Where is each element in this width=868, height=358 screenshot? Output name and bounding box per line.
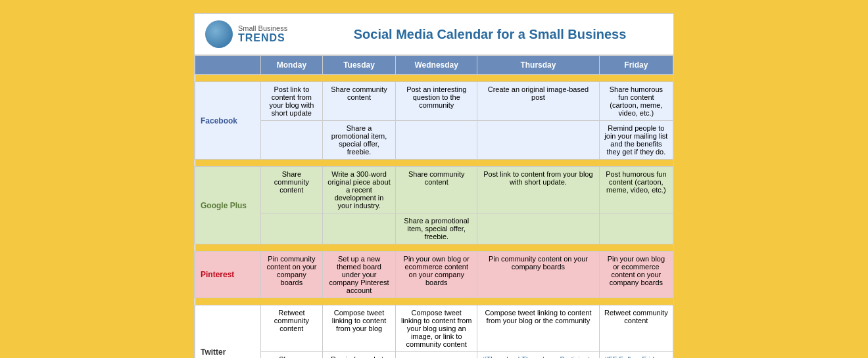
pinterest-mon-1: Pin community content on your company bo… (261, 252, 323, 298)
page-wrapper: Small Business TRENDS Social Media Calen… (13, 13, 855, 358)
table-row: Google Plus Share community content Writ… (195, 167, 673, 213)
google-thu-2 (477, 213, 600, 244)
twitter-tue-2: Remind people to join your mailing list … (322, 352, 396, 359)
facebook-wed-2 (396, 121, 477, 160)
header: Small Business TRENDS Social Media Calen… (195, 14, 673, 55)
google-tue-2 (322, 213, 396, 244)
facebook-fri-1: Share humorous fun content (cartoon, mem… (599, 82, 673, 121)
facebook-label: Facebook (195, 82, 261, 160)
google-fri-1: Post humorous fun content (cartoon, meme… (599, 167, 673, 213)
throwback-thursday-link[interactable]: #ThrowbackThursday – Participate by shar… (482, 355, 594, 358)
twitter-mon-2: Share a promotional item, special offer,… (261, 352, 323, 359)
google-fri-2 (599, 213, 673, 244)
twitter-tue-1: Compose tweet linking to content from yo… (322, 305, 396, 352)
col-header-blank (195, 56, 261, 75)
pinterest-tue-1: Set up a new themed board under your com… (322, 252, 396, 298)
pinterest-thu-1: Pin community content on your company bo… (477, 252, 600, 298)
logo-area: Small Business TRENDS (205, 20, 304, 48)
logo-circle-icon (205, 20, 233, 48)
twitter-thu-1: Compose tweet linking to content from yo… (477, 305, 600, 352)
logo-trends: TRENDS (238, 32, 287, 44)
facebook-wed-1: Post an interesting question to the comm… (396, 82, 477, 121)
twitter-label: Twitter (195, 305, 261, 359)
facebook-mon-2 (261, 121, 323, 160)
pinterest-fri-1: Pin your own blog or ecommerce content o… (599, 252, 673, 298)
table-row: Share a promotional item, special offer,… (195, 121, 673, 160)
google-mon-1: Share community content (261, 167, 323, 213)
header-row: Monday Tuesday Wednesday Thursday Friday (195, 56, 673, 75)
facebook-thu-1: Create an original image-based post (477, 82, 600, 121)
page-title: Social Media Calendar for a Small Busine… (317, 27, 663, 42)
col-header-friday: Friday (599, 56, 673, 75)
spacer-row (195, 298, 673, 305)
calendar-card: Small Business TRENDS Social Media Calen… (194, 13, 674, 358)
twitter-wed-1: Compose tweet linking to content from yo… (396, 305, 477, 352)
col-header-monday: Monday (261, 56, 323, 75)
spacer-row (195, 75, 673, 82)
follow-friday-link[interactable]: #FF Follow Friday – Participate by thank… (604, 355, 668, 358)
pinterest-label: Pinterest (195, 252, 261, 298)
pinterest-wed-1: Pin your own blog or ecommerce content o… (396, 252, 477, 298)
col-header-thursday: Thursday (477, 56, 600, 75)
col-header-wednesday: Wednesday (396, 56, 477, 75)
spacer-row (195, 244, 673, 252)
twitter-fri-1: Retweet community content (599, 305, 673, 352)
spacer-row (195, 160, 673, 167)
google-label: Google Plus (195, 167, 261, 244)
facebook-thu-2 (477, 121, 600, 160)
google-wed-2: Share a promotional item, special offer,… (396, 213, 477, 244)
col-header-tuesday: Tuesday (322, 56, 396, 75)
twitter-thu-2: #ThrowbackThursday – Participate by shar… (477, 352, 600, 359)
facebook-tue-1: Share community content (322, 82, 396, 121)
facebook-mon-1: Post link to content from your blog with… (261, 82, 323, 121)
google-mon-2 (261, 213, 323, 244)
table-row: Share a promotional item, special offer,… (195, 213, 673, 244)
twitter-mon-1: Retweet community content (261, 305, 323, 352)
google-thu-1: Post link to content from your blog with… (477, 167, 600, 213)
google-wed-1: Share community content (396, 167, 477, 213)
logo-text: Small Business TRENDS (238, 24, 287, 44)
google-tue-1: Write a 300-word original piece about a … (322, 167, 396, 213)
facebook-tue-2: Share a promotional item, special offer,… (322, 121, 396, 160)
calendar-table: Monday Tuesday Wednesday Thursday Friday… (195, 55, 673, 358)
table-row: Share a promotional item, special offer,… (195, 352, 673, 359)
logo-small-business: Small Business (238, 24, 287, 32)
twitter-fri-2: #FF Follow Friday – Participate by thank… (599, 352, 673, 359)
facebook-fri-2: Remind people to join your mailing list … (599, 121, 673, 160)
table-row: Pinterest Pin community content on your … (195, 252, 673, 298)
twitter-wed-2 (396, 352, 477, 359)
table-row: Facebook Post link to content from your … (195, 82, 673, 121)
table-row: Twitter Retweet community content Compos… (195, 305, 673, 352)
